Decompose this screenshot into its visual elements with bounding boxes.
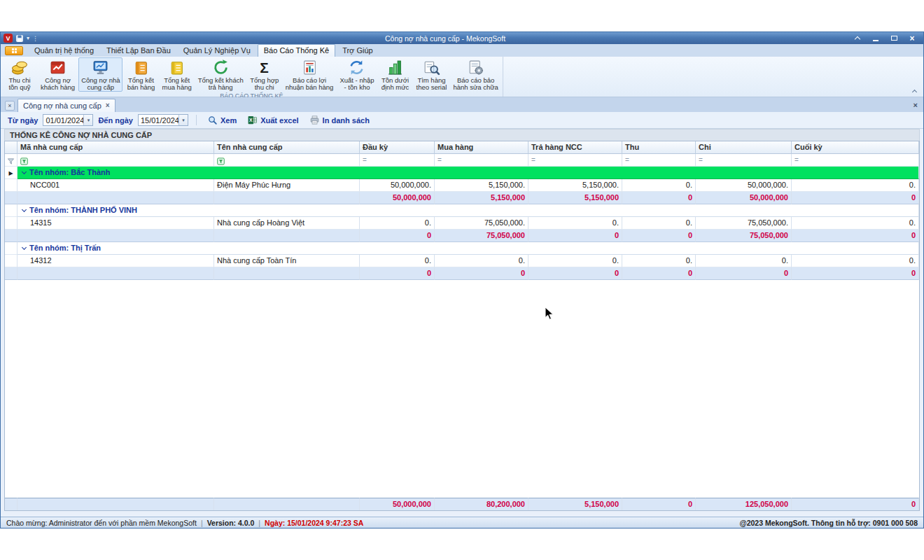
doc-tab-supplier-debt[interactable]: Công nợ nhà cung cấp × <box>18 99 115 112</box>
ribbon-button-3[interactable]: Công nợ nhàcung cấp <box>78 57 122 92</box>
cell-value-4[interactable]: 0. <box>622 217 696 230</box>
maximize-button[interactable] <box>888 34 899 43</box>
ribbon-tab-3[interactable]: Quản Lý Nghiệp Vụ <box>178 45 256 57</box>
collapse-chevron-icon[interactable] <box>22 169 27 174</box>
filter-cell-2[interactable] <box>214 154 360 167</box>
ribbon-button-6[interactable]: Tổng kết kháchtrả hàng <box>195 57 246 92</box>
cell-supplier-code[interactable]: NCC001 <box>18 179 214 192</box>
column-header-1[interactable]: Mã nhà cung cấp <box>18 141 214 154</box>
to-date-input[interactable]: 15/01/2024 ▾ <box>138 114 188 126</box>
print-button[interactable]: In danh sách <box>307 113 372 127</box>
filter-cell-6[interactable]: = <box>622 154 696 167</box>
total-value-4: 0 <box>622 498 696 510</box>
close-all-tabs-icon[interactable]: × <box>5 101 15 111</box>
grid-corner-cell[interactable] <box>5 141 18 154</box>
cell-supplier-name[interactable]: Nhà cung cấp Toàn Tín <box>214 255 360 267</box>
group-label-cell[interactable]: Tên nhóm: Thị Trấn <box>18 242 919 255</box>
export-excel-button[interactable]: X Xuất excel <box>244 113 301 127</box>
table-row[interactable]: 14315Nhà cung cấp Hoàng Việt0.75,050,000… <box>5 217 919 230</box>
close-tab-icon[interactable]: × <box>106 102 110 110</box>
filter-cell-8[interactable]: = <box>792 154 919 167</box>
cell-supplier-name[interactable]: Điện Máy Phúc Hưng <box>214 179 360 192</box>
cell-value-5[interactable]: 75,050,000. <box>696 217 792 230</box>
row-indicator <box>5 192 18 204</box>
ribbon-tab-4[interactable]: Báo Cáo Thống Kê <box>258 44 335 57</box>
ribbon-button-2[interactable]: Công nợkhách hàng <box>38 57 78 92</box>
row-indicator <box>5 217 18 230</box>
cell-value-4[interactable]: 0. <box>622 255 696 267</box>
table-row[interactable]: NCC001Điện Máy Phúc Hưng50,000,000.5,150… <box>5 179 919 192</box>
filter-cell-3[interactable]: = <box>360 154 435 167</box>
status-separator: | <box>258 519 260 527</box>
from-date-input[interactable]: 01/01/2024 ▾ <box>43 114 93 126</box>
ribbon-tab-2[interactable]: Thiết Lập Ban Đầu <box>101 45 176 57</box>
cell-value-2[interactable]: 0. <box>435 255 528 267</box>
ribbon-button-1[interactable]: Thu chitồn quỹ <box>2 57 37 92</box>
app-menu-button[interactable] <box>5 46 23 55</box>
group-label-cell[interactable]: Tên nhóm: Bắc Thành <box>18 167 919 179</box>
column-header-5[interactable]: Trả hàng NCC <box>528 141 622 154</box>
cell-supplier-code[interactable]: 14312 <box>18 255 214 267</box>
ribbon-button-4[interactable]: Tổng kếtbán hàng <box>123 57 158 92</box>
cell-value-3[interactable]: 0. <box>528 255 622 267</box>
ribbon-button-11[interactable]: Tìm hàngtheo serial <box>414 57 450 92</box>
view-button[interactable]: Xem <box>204 113 239 127</box>
column-header-8[interactable]: Cuối kỳ <box>792 141 919 154</box>
group-row[interactable]: ▶Tên nhóm: Bắc Thành <box>5 167 919 179</box>
app-logo-icon[interactable]: V <box>4 34 13 43</box>
cell-value-1[interactable]: 0. <box>360 217 435 230</box>
from-date-dropdown-icon[interactable]: ▾ <box>83 115 92 125</box>
toolbar-overflow-icon[interactable]: ⋮ <box>32 35 38 42</box>
cell-value-6[interactable]: 0. <box>792 217 919 230</box>
minimize-button[interactable] <box>870 34 881 43</box>
window-title: Công nợ nhà cung cấp - MekongSoft <box>38 34 852 43</box>
filter-cell-4[interactable]: = <box>435 154 528 167</box>
group-row[interactable]: Tên nhóm: Thị Trấn <box>5 242 919 255</box>
close-button[interactable]: × <box>906 34 918 43</box>
cell-value-2[interactable]: 5,150,000. <box>435 179 528 192</box>
cell-value-5[interactable]: 50,000,000. <box>696 179 792 192</box>
collapse-chevron-icon[interactable] <box>22 244 27 249</box>
filter-cell-7[interactable]: = <box>696 154 792 167</box>
ribbon-collapse-icon[interactable] <box>909 88 919 94</box>
column-header-7[interactable]: Chi <box>696 141 792 154</box>
column-header-4[interactable]: Mua hàng <box>435 141 528 154</box>
cell-supplier-name[interactable]: Nhà cung cấp Hoàng Việt <box>214 217 360 230</box>
cell-value-5[interactable]: 0. <box>696 255 792 267</box>
group-label-cell[interactable]: Tên nhóm: THÀNH PHỐ VINH <box>18 204 919 217</box>
cell-value-6[interactable]: 0. <box>792 179 919 192</box>
filter-cell-1[interactable] <box>18 154 214 167</box>
ribbon-button-12[interactable]: Báo cáo bảohành sửa chữa <box>450 57 500 92</box>
save-icon[interactable] <box>15 34 24 43</box>
table-row[interactable]: 14312Nhà cung cấp Toàn Tín0.0.0.0.0.0. <box>5 255 919 267</box>
ribbon-tab-5[interactable]: Trợ Giúp <box>337 45 378 57</box>
collapse-chevron-icon[interactable] <box>22 206 27 211</box>
column-header-3[interactable]: Đầu kỳ <box>360 141 435 154</box>
tabstrip-close-icon[interactable]: × <box>913 101 918 109</box>
cell-value-2[interactable]: 75,050,000. <box>435 217 528 230</box>
group-row[interactable]: Tên nhóm: THÀNH PHỐ VINH <box>5 204 919 217</box>
grid-empty-area <box>5 280 919 498</box>
cell-supplier-code[interactable]: 14315 <box>18 217 214 230</box>
ribbon-button-9[interactable]: Xuất - nhập- tồn kho <box>337 57 377 92</box>
filter-cell-5[interactable]: = <box>528 154 622 167</box>
ribbon-button-8[interactable]: Báo cáo lợinhuận bán hàng <box>283 57 337 92</box>
cell-value-1[interactable]: 50,000,000. <box>360 179 435 192</box>
ribbon-button-7[interactable]: ΣTổng hợpthu chi <box>247 57 282 92</box>
subtotal-value-6: 0 <box>792 230 919 242</box>
cell-value-4[interactable]: 0. <box>622 179 696 192</box>
to-date-dropdown-icon[interactable]: ▾ <box>178 115 188 125</box>
profit-report-icon <box>301 59 318 76</box>
ribbon-button-10[interactable]: Tồn dướiđịnh mức <box>378 57 413 92</box>
cell-value-3[interactable]: 5,150,000. <box>528 179 622 192</box>
cell-value-3[interactable]: 0. <box>528 217 622 230</box>
cell-value-6[interactable]: 0. <box>792 255 919 267</box>
filter-row-indicator[interactable] <box>5 154 18 167</box>
ribbon-tab-1[interactable]: Quản trị hệ thống <box>29 45 99 57</box>
ribbon-options-icon[interactable] <box>852 34 863 43</box>
cell-value-1[interactable]: 0. <box>360 255 435 267</box>
quick-access-caret-icon[interactable]: ▾ <box>27 36 29 41</box>
column-header-2[interactable]: Tên nhà cung cấp <box>214 141 360 154</box>
column-header-6[interactable]: Thu <box>622 141 696 154</box>
ribbon-button-5[interactable]: Tổng kếtmua hàng <box>159 57 194 92</box>
